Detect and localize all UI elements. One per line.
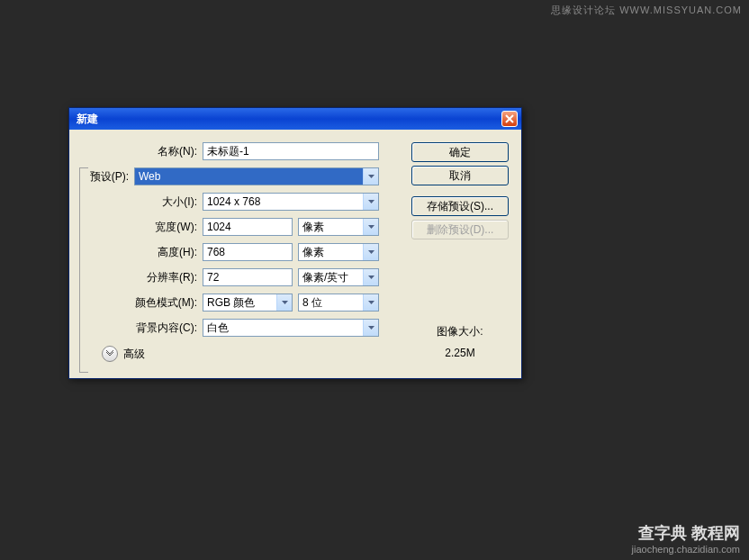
label-colormode: 颜色模式(M):: [82, 295, 203, 311]
preset-group-bracket: [79, 167, 88, 373]
advanced-expand-button[interactable]: [102, 346, 118, 362]
watermark-bottom: 查字典 教程网 jiaocheng.chazidian.com: [632, 522, 740, 555]
cancel-button[interactable]: 取消: [411, 166, 509, 185]
row-colormode: 颜色模式(M): RGB 颜色 8 位: [82, 294, 399, 312]
image-size-info: 图像大小: 2.25M: [411, 324, 509, 359]
new-document-dialog: 新建 名称(N): 预设(P): Web 大小(I): 1024 x 768: [68, 107, 522, 379]
label-resolution: 分辨率(R):: [82, 270, 203, 285]
row-name: 名称(N):: [82, 142, 399, 160]
colordepth-value: 8 位: [299, 295, 363, 311]
label-advanced: 高级: [123, 347, 145, 362]
watermark-top: 思缘设计论坛 WWW.MISSYUAN.COM: [551, 4, 742, 17]
chevron-down-icon: [363, 219, 378, 235]
size-value: 1024 x 768: [203, 195, 363, 208]
row-background: 背景内容(C): 白色: [82, 319, 399, 337]
colordepth-combo[interactable]: 8 位: [298, 294, 379, 312]
chevron-down-icon: [363, 320, 378, 336]
chevron-down-icon: [363, 244, 378, 260]
resolution-unit-combo[interactable]: 像素/英寸: [298, 268, 379, 286]
chevron-down-icon: [363, 269, 378, 285]
background-value: 白色: [203, 321, 363, 336]
image-size-value: 2.25M: [411, 347, 509, 359]
delete-preset-button: 删除预设(D)...: [411, 220, 509, 239]
resolution-unit-value: 像素/英寸: [299, 270, 363, 285]
preset-value: Web: [135, 170, 363, 183]
row-size: 大小(I): 1024 x 768: [82, 193, 399, 211]
background-combo[interactable]: 白色: [203, 319, 379, 337]
height-unit-combo[interactable]: 像素: [298, 243, 379, 261]
form-column: 名称(N): 预设(P): Web 大小(I): 1024 x 768 宽度(W…: [82, 142, 399, 362]
label-background: 背景内容(C):: [82, 321, 203, 336]
chevron-down-icon: [363, 168, 378, 185]
height-unit-value: 像素: [299, 245, 363, 260]
label-width: 宽度(W):: [82, 220, 203, 235]
name-input[interactable]: [203, 142, 379, 160]
chevron-down-icon: [363, 294, 378, 311]
label-name: 名称(N):: [82, 144, 203, 159]
save-preset-button[interactable]: 存储预设(S)...: [411, 196, 509, 216]
dialog-title: 新建: [77, 112, 501, 127]
row-height: 高度(H): 像素: [82, 243, 399, 261]
close-button[interactable]: [501, 111, 518, 127]
dialog-body: 名称(N): 预设(P): Web 大小(I): 1024 x 768 宽度(W…: [69, 130, 521, 378]
width-unit-combo[interactable]: 像素: [298, 218, 379, 236]
label-preset: 预设(P):: [82, 169, 134, 185]
row-preset: 预设(P): Web: [82, 167, 399, 185]
ok-button[interactable]: 确定: [411, 142, 509, 162]
label-height: 高度(H):: [82, 245, 203, 260]
row-width: 宽度(W): 像素: [82, 218, 399, 236]
button-column: 确定 取消 存储预设(S)... 删除预设(D)... 图像大小: 2.25M: [411, 142, 509, 362]
colormode-value: RGB 颜色: [203, 295, 276, 311]
preset-combo[interactable]: Web: [134, 167, 379, 185]
colormode-combo[interactable]: RGB 颜色: [203, 294, 293, 312]
chevron-down-icon: [363, 194, 378, 210]
watermark-bottom-line1: 查字典 教程网: [632, 522, 740, 544]
image-size-label: 图像大小:: [411, 324, 509, 339]
titlebar[interactable]: 新建: [69, 108, 521, 130]
label-size: 大小(I):: [82, 194, 203, 210]
row-resolution: 分辨率(R): 像素/英寸: [82, 268, 399, 286]
size-combo[interactable]: 1024 x 768: [203, 193, 379, 211]
watermark-bottom-line2: jiaocheng.chazidian.com: [632, 544, 740, 555]
width-input[interactable]: [203, 218, 293, 236]
row-advanced: 高级: [102, 346, 399, 362]
height-input[interactable]: [203, 243, 293, 261]
width-unit-value: 像素: [299, 220, 363, 235]
chevron-down-icon: [276, 294, 292, 311]
resolution-input[interactable]: [203, 268, 293, 286]
